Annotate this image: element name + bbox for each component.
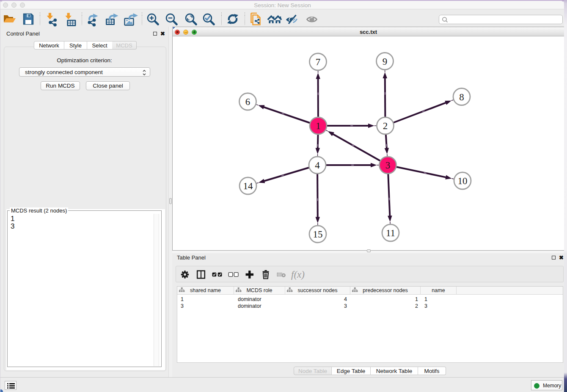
svg-text:7: 7: [316, 57, 321, 67]
svg-text:6: 6: [245, 97, 250, 107]
svg-text:f(x): f(x): [291, 269, 305, 280]
svg-text:4: 4: [315, 160, 320, 171]
svg-text:15: 15: [313, 229, 323, 240]
svg-text:2: 2: [383, 121, 388, 131]
svg-text:8: 8: [459, 92, 464, 102]
svg-text:9: 9: [383, 56, 388, 67]
svg-text:10: 10: [458, 176, 468, 186]
svg-text:14: 14: [243, 181, 253, 191]
svg-text:1: 1: [316, 121, 321, 131]
svg-text:3: 3: [385, 160, 391, 171]
svg-text:11: 11: [386, 228, 395, 238]
